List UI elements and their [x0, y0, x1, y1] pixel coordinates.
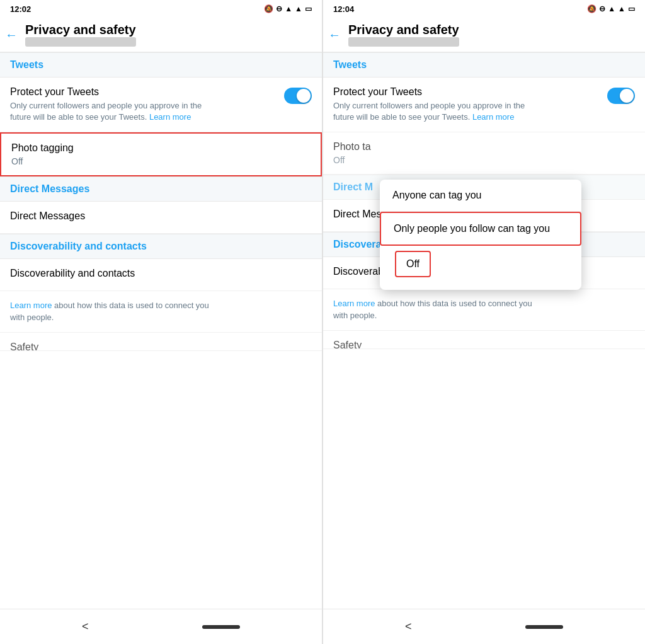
left-page-title: Privacy and safety [25, 23, 136, 37]
right-header-text: Privacy and safety @██████████████ [348, 23, 459, 47]
right-back-button[interactable]: ← [328, 28, 341, 42]
left-tweets-section: Tweets [0, 52, 322, 78]
left-status-icons: 🔕 ⊖ ▲ ▲ ▭ [264, 4, 312, 13]
left-nav-back-button[interactable]: < [82, 620, 89, 633]
right-photo-tagging-title: Photo ta [333, 141, 635, 152]
left-header: ← Privacy and safety @██████████████ [0, 18, 322, 52]
right-status-icons: 🔕 ⊖ ▲ ▲ ▭ [587, 4, 635, 13]
left-discoverability-title: Discoverability and contacts [10, 268, 312, 279]
right-nav-pill[interactable] [525, 625, 563, 629]
left-nav-pill[interactable] [202, 625, 240, 629]
left-protect-tweets-link[interactable]: Learn more [149, 112, 191, 122]
right-photo-tagging-value: Off [333, 155, 635, 165]
bell-off-icon: 🔕 [264, 4, 273, 13]
left-learn-more-link[interactable]: Learn more [10, 301, 52, 310]
right-phone-panel: 12:04 🔕 ⊖ ▲ ▲ ▭ ← Privacy and safety @██… [322, 0, 645, 644]
dropdown-following-option[interactable]: Only people you follow can tag you [380, 212, 581, 246]
right-signal-icon: ▲ [608, 4, 615, 13]
left-photo-tagging-item[interactable]: Photo tagging Off [0, 132, 322, 176]
right-nav-back-button[interactable]: < [405, 620, 412, 633]
photo-tag-dropdown: Anyone can tag you Only people you follo… [380, 180, 581, 290]
left-phone-panel: 12:02 🔕 ⊖ ▲ ▲ ▭ ← Privacy and safety @██… [0, 0, 322, 644]
right-wifi-icon: ▲ [618, 4, 625, 13]
left-dm-title: Direct Messages [10, 210, 312, 222]
left-username: @██████████████ [25, 37, 136, 47]
left-status-bar: 12:02 🔕 ⊖ ▲ ▲ ▭ [0, 0, 322, 18]
left-protect-tweets-desc: Only current followers and people you ap… [10, 100, 224, 123]
right-photo-tagging-item[interactable]: Photo ta Off [323, 132, 645, 175]
right-header: ← Privacy and safety @██████████████ [323, 18, 645, 52]
left-discoverability-section: Discoverability and contacts [0, 234, 322, 259]
right-protect-tweets-title: Protect your Tweets [333, 86, 547, 98]
wifi-icon: ▲ [295, 4, 302, 13]
right-battery-icon: ▭ [628, 4, 635, 13]
left-discoverability-item[interactable]: Discoverability and contacts [0, 259, 322, 291]
left-header-text: Privacy and safety @██████████████ [25, 23, 136, 47]
right-minus-circle-icon: ⊖ [599, 4, 605, 13]
minus-circle-icon: ⊖ [276, 4, 282, 13]
dropdown-off-option[interactable]: Off [395, 251, 431, 277]
battery-icon: ▭ [305, 4, 312, 13]
left-dm-item[interactable]: Direct Messages [0, 202, 322, 234]
left-learn-more-item: Learn more about how this data is used t… [0, 291, 322, 332]
right-protect-tweets-link[interactable]: Learn more [472, 112, 514, 122]
left-protect-tweets-title: Protect your Tweets [10, 86, 224, 98]
right-learn-more-item: Learn more about how this data is used t… [323, 289, 645, 330]
right-page-title: Privacy and safety [348, 23, 459, 37]
signal-icon: ▲ [285, 4, 292, 13]
right-username: @██████████████ [348, 37, 459, 47]
right-time: 12:04 [333, 4, 354, 14]
left-protect-tweets-item[interactable]: Protect your Tweets Only current followe… [0, 78, 322, 132]
right-learn-more-link[interactable]: Learn more [333, 299, 375, 308]
left-time: 12:02 [10, 4, 31, 14]
left-learn-more-desc: Learn more about how this data is used t… [10, 300, 224, 323]
right-safety-section: Safety [323, 331, 645, 349]
left-dm-section: Direct Messages [0, 176, 322, 202]
right-learn-more-desc: Learn more about how this data is used t… [333, 298, 547, 321]
right-protect-tweets-item[interactable]: Protect your Tweets Only current followe… [323, 78, 645, 132]
right-status-bar: 12:04 🔕 ⊖ ▲ ▲ ▭ [323, 0, 645, 18]
right-protect-tweets-desc: Only current followers and people you ap… [333, 100, 547, 123]
left-back-button[interactable]: ← [5, 28, 18, 42]
left-photo-tagging-title: Photo tagging [11, 142, 311, 154]
dropdown-anyone-option[interactable]: Anyone can tag you [380, 180, 581, 212]
right-tweets-section: Tweets [323, 52, 645, 78]
left-protect-tweets-toggle[interactable] [284, 88, 312, 104]
right-protect-tweets-toggle[interactable] [607, 88, 635, 104]
left-safety-section: Safety [0, 333, 322, 351]
right-bell-off-icon: 🔕 [587, 4, 596, 13]
right-nav-bar: < [323, 609, 645, 644]
left-nav-bar: < [0, 609, 322, 644]
left-photo-tagging-value: Off [11, 156, 311, 166]
